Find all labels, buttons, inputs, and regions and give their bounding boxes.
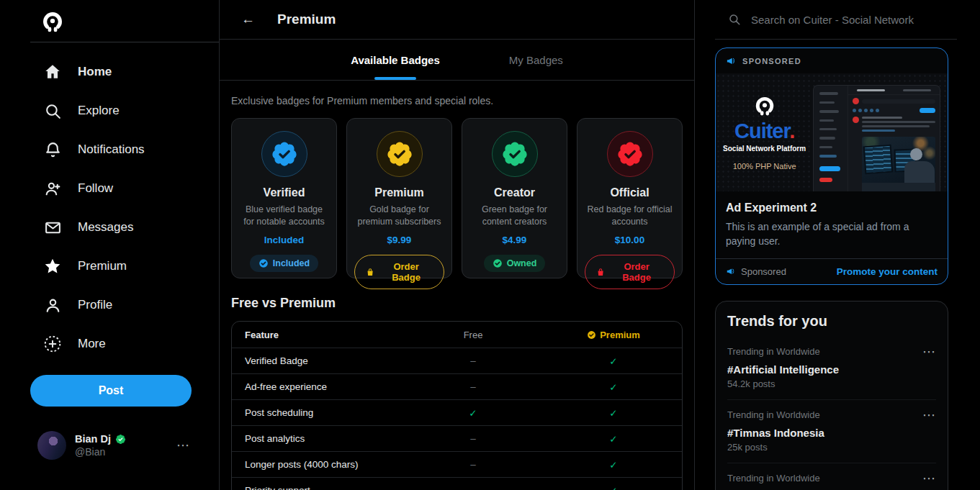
trend-context: Trending in Worldwide	[727, 473, 820, 484]
trend-post-count: 25k posts	[727, 442, 936, 453]
envelope-icon	[43, 218, 62, 237]
ad-brand-name: Cuiter.	[734, 121, 794, 142]
trend-item[interactable]: Trending in Worldwide ⋯ #Hipotesis Rocky…	[727, 463, 936, 490]
user-menu[interactable]: Bian Dj @Bian ⋯	[37, 431, 190, 460]
table-row: Post analytics – ✓	[232, 425, 682, 451]
trend-more-options-icon[interactable]: ⋯	[922, 407, 936, 423]
nav-label: Home	[78, 65, 112, 79]
person-add-icon	[43, 179, 62, 198]
back-button[interactable]: ←	[241, 12, 260, 27]
main-content: ← Premium Available Badges My Badges Exc…	[220, 0, 695, 490]
trend-item[interactable]: Trending in Worldwide ⋯ #Artificial Inte…	[727, 337, 936, 400]
cuiter-logo-icon	[40, 10, 65, 35]
sidebar-item-profile[interactable]: Profile	[0, 286, 219, 325]
premium-cell: ✓	[545, 459, 682, 471]
table-row: Verified Badge – ✓	[232, 348, 682, 373]
ad-mock-feed	[848, 86, 940, 191]
badge-card-creator: Creator Green badge for content creators…	[462, 118, 567, 278]
verified-seal-icon	[261, 131, 307, 177]
plus-circle-icon	[43, 335, 62, 353]
tab-available-badges[interactable]: Available Badges	[351, 40, 440, 80]
ad-footer: Sponsored Promote your content	[716, 258, 948, 284]
premium-cell: ✓	[545, 485, 682, 490]
ad-image[interactable]: Cuiter. Social Network Platform 100% PHP…	[716, 73, 948, 191]
badge-description: Green badge for content creators	[469, 204, 559, 227]
order-badge-button-official[interactable]: Order Badge	[585, 255, 675, 289]
trend-item[interactable]: Trending in Worldwide ⋯ #Timnas Indonesi…	[727, 400, 936, 463]
badge-price: $9.99	[354, 235, 444, 245]
nav-label: Notifications	[78, 142, 145, 157]
search-input[interactable]	[751, 14, 945, 26]
column-header-free: Free	[401, 330, 545, 340]
table-row: Priority support – ✓	[232, 477, 682, 490]
premium-cell: ✓	[545, 355, 682, 367]
user-more-options-icon[interactable]: ⋯	[176, 437, 190, 453]
verified-badge-icon	[115, 434, 126, 445]
sidebar-item-explore[interactable]: Explore	[0, 91, 219, 130]
user-handle: @Bian	[75, 446, 176, 458]
sidebar-item-follow[interactable]: Follow	[0, 169, 219, 208]
free-cell: ✓	[401, 407, 545, 419]
included-status-badge: Included	[250, 255, 318, 272]
app-logo[interactable]	[0, 7, 219, 37]
feature-cell: Ad-free experience	[232, 381, 401, 392]
sidebar-item-more[interactable]: More	[0, 325, 219, 363]
home-icon	[43, 63, 62, 81]
promote-content-link[interactable]: Promote your content	[837, 266, 938, 277]
trend-more-options-icon[interactable]: ⋯	[922, 344, 936, 360]
sidebar-item-home[interactable]: Home	[0, 53, 219, 91]
creator-seal-icon	[492, 131, 538, 177]
badge-name: Verified	[239, 186, 329, 199]
search-bar	[715, 0, 957, 40]
sponsored-label: SPONSORED	[742, 57, 801, 65]
sidebar-item-premium[interactable]: Premium	[0, 247, 219, 286]
main-header: ← Premium	[220, 0, 694, 40]
badge-price: Included	[239, 235, 329, 245]
person-icon	[43, 296, 62, 314]
table-row: Post scheduling ✓ ✓	[232, 399, 682, 425]
user-meta: Bian Dj @Bian	[75, 433, 176, 458]
nav-label: Messages	[78, 220, 133, 235]
trends-heading: Trends for you	[727, 313, 936, 330]
section-description: Exclusive badges for Premium members and…	[220, 81, 694, 115]
official-seal-icon	[607, 131, 653, 177]
comparison-section: Free vs Premium Feature Free Premium Ver…	[220, 278, 694, 490]
sidebar-nav: Home Explore Notifications Follow	[0, 53, 219, 363]
trend-hashtag: #Artificial Intelligence	[727, 363, 936, 376]
ad-brand-block: Cuiter. Social Network Platform 100% PHP…	[716, 73, 813, 191]
sidebar-item-messages[interactable]: Messages	[0, 208, 219, 247]
cuiter-logo-icon	[753, 95, 776, 118]
avatar	[37, 431, 66, 460]
trend-more-options-icon[interactable]: ⋯	[922, 471, 936, 486]
free-cell: –	[401, 459, 545, 470]
ad-tagline: Social Network Platform	[723, 145, 806, 153]
tab-my-badges[interactable]: My Badges	[509, 40, 563, 80]
left-sidebar: Home Explore Notifications Follow	[0, 0, 220, 490]
star-icon	[43, 257, 62, 276]
trend-post-count: 54.2k posts	[727, 378, 936, 389]
status-label: Owned	[507, 258, 537, 268]
badge-price: $10.00	[585, 235, 675, 245]
check-seal-icon	[493, 258, 503, 268]
post-button[interactable]: Post	[30, 375, 192, 407]
badge-card-official: Official Red badge for official accounts…	[577, 118, 683, 278]
feature-cell: Verified Badge	[232, 355, 401, 366]
premium-cell: ✓	[545, 407, 682, 419]
badge-price: $4.99	[469, 235, 559, 245]
trends-card: Trends for you Trending in Worldwide ⋯ #…	[715, 301, 948, 490]
order-badge-button-premium[interactable]: Order Badge	[354, 255, 444, 289]
nav-label: Profile	[78, 298, 112, 312]
shopping-bag-icon	[366, 268, 374, 277]
trend-hashtag: #Timnas Indonesia	[727, 427, 936, 439]
table-row: Ad-free experience – ✓	[232, 373, 682, 399]
ad-mock-sidebar	[814, 86, 848, 191]
app-root: Home Explore Notifications Follow	[0, 0, 980, 490]
sidebar-divider	[30, 42, 219, 42]
badge-description: Blue verified badge for notable accounts	[239, 204, 329, 227]
megaphone-icon	[726, 266, 736, 276]
tab-label: Available Badges	[351, 54, 440, 66]
premium-seal-icon	[377, 131, 423, 177]
search-icon	[728, 13, 741, 26]
table-header-row: Feature Free Premium	[232, 322, 682, 348]
sidebar-item-notifications[interactable]: Notifications	[0, 130, 219, 169]
